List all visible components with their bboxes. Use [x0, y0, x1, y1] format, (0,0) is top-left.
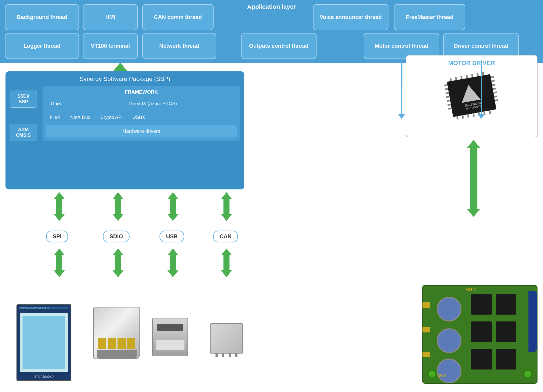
outputs-control-thread-box: Outputs control thread: [241, 33, 317, 59]
logger-thread-box: Logger thread: [5, 33, 79, 59]
usbx-label: USBX: [129, 112, 149, 123]
motor-control-blue-arrow: [401, 60, 402, 115]
spi-down-arrow: [54, 248, 65, 277]
network-thread-box: Network thread: [142, 33, 216, 59]
can-component: [210, 323, 243, 354]
crypto-label: Crypto API: [96, 112, 126, 123]
spi-up-arrow: [54, 192, 65, 221]
ssp-title: Synergy Software Package (SSP): [10, 75, 240, 83]
motor-driver-down-arrow: [467, 140, 480, 217]
sdio-up-arrow: [113, 192, 124, 221]
spi-pill: SPI: [46, 231, 68, 242]
can-down-arrow: [221, 248, 232, 277]
background-thread-box: Background thread: [5, 4, 79, 30]
driver-control-blue-arrow: [481, 60, 482, 115]
lcd-display: GND VCC SCL SDA RES DC BLK IPS 240×240: [16, 304, 71, 381]
guix-label: GuiX: [46, 98, 66, 110]
voice-announcer-thread-box: Voice announcer thread: [313, 4, 388, 30]
usb-up-arrow: [167, 192, 178, 221]
vt100-terminal-box: VT100 terminal: [83, 33, 138, 59]
can-comm-thread-box: CAN comm thread: [142, 4, 214, 30]
ssp-container: Synergy Software Package (SSP) S5D9 BSP …: [5, 71, 244, 189]
sdio-down-arrow: [113, 248, 124, 277]
threadx-label: ThreadX (Azure RTOS): [68, 98, 237, 110]
driver-control-blue-arrowhead: [478, 114, 485, 119]
motor-driver-box: MOTOR DRIVER: [406, 55, 538, 137]
framework-box: FRAMEWORK GuiX ThreadX (Azure RTOS) File…: [43, 86, 240, 141]
motor-driver-title: MOTOR DRIVER: [448, 60, 495, 67]
motor-control-blue-arrowhead: [398, 114, 405, 119]
motor-pcb: +24 V GND: [422, 285, 538, 384]
usb-down-arrow: [167, 248, 178, 277]
app-layer-label: Application layer: [247, 3, 296, 10]
framework-label: FRAMEWORK: [46, 89, 237, 95]
arm-cmsis-label: ARM CMSIS: [10, 124, 37, 141]
s5d9-bsp-label: S5D9 BSP: [10, 91, 37, 108]
can-pill: CAN: [213, 231, 238, 242]
sdio-pill: SDIO: [103, 231, 130, 242]
usb-connector: [152, 318, 188, 356]
freemaster-thread-box: FreeMaster thread: [394, 4, 465, 30]
lcd-label: IPS 240×240: [17, 374, 71, 380]
can-up-arrow: [221, 192, 232, 221]
hmi-box: HMI: [83, 4, 138, 30]
sd-card-slot: [93, 307, 140, 359]
filex-label: FileX: [46, 112, 64, 123]
netx-label: NetX Duo: [66, 112, 94, 123]
motor-driver-chip: TMC6200-TAGERMANY: [441, 72, 502, 122]
hw-drivers-label: Hardware drivers: [46, 125, 237, 138]
usb-pill: USB: [159, 231, 184, 242]
